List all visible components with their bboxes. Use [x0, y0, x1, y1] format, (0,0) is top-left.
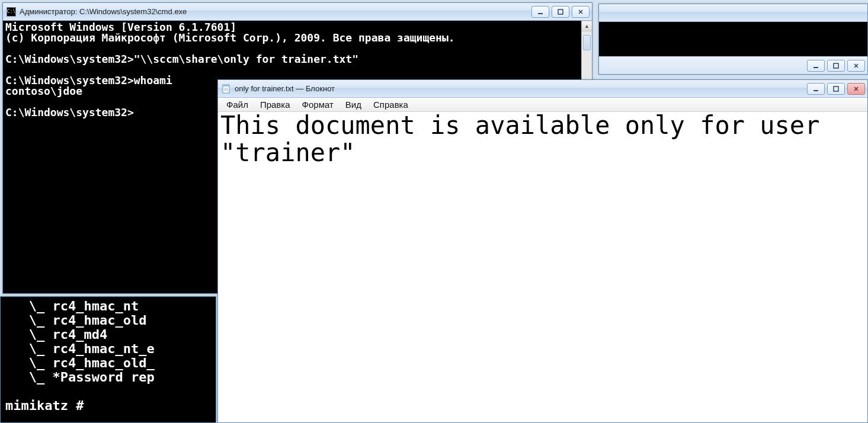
cmd-scrollbar-thumb[interactable]: [583, 35, 591, 50]
svg-rect-1: [834, 63, 838, 68]
close-icon: [853, 62, 860, 69]
menu-help[interactable]: Справка: [369, 99, 413, 110]
notepad-app-icon: [222, 84, 231, 94]
svg-rect-5: [223, 85, 229, 86]
minimize-icon: [537, 8, 544, 15]
notepad-window: only for trainer.txt — Блокнот Файл Прав…: [217, 79, 868, 423]
maximize-icon: [832, 85, 840, 92]
notepad-text-area[interactable]: This document is available only for user…: [218, 112, 867, 422]
notepad-close-button[interactable]: [847, 83, 865, 95]
close-icon: [577, 8, 584, 15]
menu-file[interactable]: Файл: [222, 99, 253, 110]
scroll-up-arrow-icon[interactable]: ▲: [582, 21, 592, 31]
notepad-window-controls: [807, 83, 865, 95]
cmd-minimize-button[interactable]: [531, 6, 549, 18]
cmd-titlebar[interactable]: C:\ Администратор: C:\Windows\system32\c…: [3, 3, 592, 21]
close-icon: [853, 85, 860, 92]
notepad-titlebar[interactable]: only for trainer.txt — Блокнот: [218, 80, 867, 98]
minimize-icon: [812, 85, 819, 92]
notepad-menubar: Файл Правка Формат Вид Справка: [218, 98, 867, 112]
notepad-maximize-button[interactable]: [827, 83, 845, 95]
cmd-maximize-button[interactable]: [552, 6, 569, 18]
menu-view[interactable]: Вид: [341, 99, 366, 110]
svg-rect-9: [813, 90, 818, 91]
minimize-icon: [812, 62, 819, 69]
bg-close-button[interactable]: [847, 60, 865, 72]
cmd-window-title: Администратор: C:\Windows\system32\cmd.e…: [20, 7, 528, 16]
svg-rect-10: [834, 86, 838, 91]
cmd-app-icon: C:\: [7, 7, 16, 17]
background-window-body: [599, 22, 867, 56]
svg-rect-3: [558, 9, 563, 14]
notepad-minimize-button[interactable]: [807, 83, 825, 95]
menu-format[interactable]: Формат: [297, 99, 338, 110]
maximize-icon: [557, 8, 564, 15]
bg-minimize-button[interactable]: [807, 60, 825, 72]
cmd-close-button[interactable]: [572, 6, 590, 18]
bg-maximize-button[interactable]: [827, 60, 845, 72]
svg-rect-0: [813, 67, 818, 68]
svg-rect-2: [538, 13, 543, 14]
notepad-window-title: only for trainer.txt — Блокнот: [235, 84, 803, 93]
background-window-controls-row: [599, 56, 867, 74]
cmd-window-controls: [531, 6, 590, 18]
maximize-icon: [832, 62, 840, 69]
mimikatz-window: \_ rc4_hmac_nt \_ rc4_hmac_old \_ rc4_md…: [0, 296, 216, 423]
mimikatz-output[interactable]: \_ rc4_hmac_nt \_ rc4_hmac_old \_ rc4_md…: [1, 297, 216, 422]
menu-edit[interactable]: Правка: [255, 99, 295, 110]
background-window-titlebar[interactable]: [599, 4, 867, 22]
background-window: [598, 4, 868, 75]
